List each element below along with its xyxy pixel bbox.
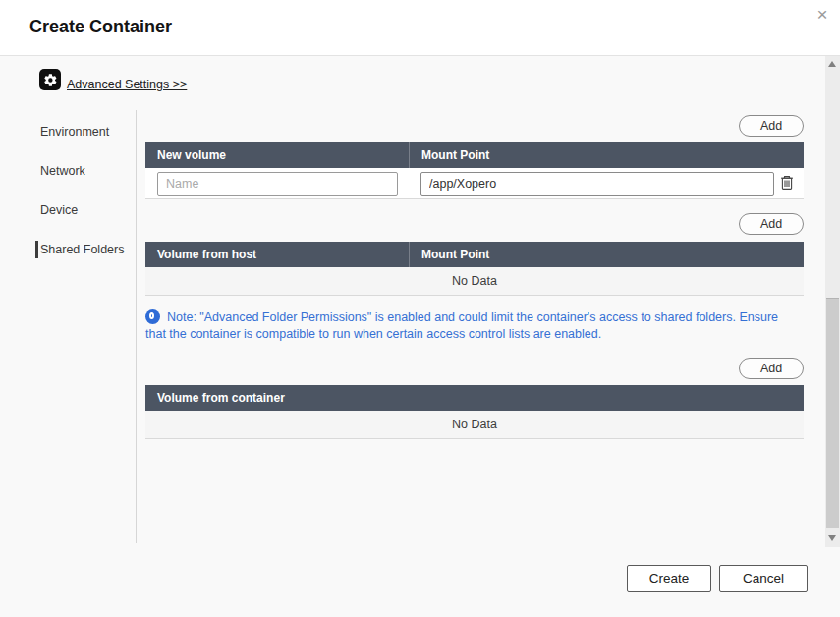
new-volume-table-row <box>145 168 804 199</box>
scroll-up-icon[interactable] <box>825 57 840 71</box>
mount-point-input[interactable] <box>420 172 774 196</box>
gear-icon[interactable] <box>39 69 61 90</box>
info-icon <box>145 309 160 324</box>
column-header-volume-from-host: Volume from host <box>145 248 409 261</box>
active-item-indicator <box>35 241 38 258</box>
close-icon[interactable]: × <box>812 4 833 26</box>
advanced-settings-link[interactable]: Advanced Settings >> <box>67 78 187 91</box>
column-header-volume-from-container: Volume from container <box>145 391 285 405</box>
sidebar-item-device[interactable]: Device <box>40 203 78 217</box>
cancel-button[interactable]: Cancel <box>719 565 808 592</box>
sidebar-item-environment[interactable]: Environment <box>40 125 109 139</box>
note-text: Note: "Advanced Folder Permissions" is e… <box>145 310 778 341</box>
column-header-new-volume: New volume <box>145 148 409 162</box>
create-container-dialog: Create Container × Advanced Settings >> … <box>0 0 840 617</box>
add-volume-from-host-button[interactable]: Add <box>739 213 804 235</box>
volume-from-host-table-header: Volume from host Mount Point <box>145 242 804 267</box>
dialog-titlebar: Create Container × <box>0 0 840 56</box>
sidebar-item-shared-folders[interactable]: Shared Folders <box>40 243 124 256</box>
scrollbar-thumb[interactable] <box>826 298 839 528</box>
volume-name-input[interactable] <box>157 172 398 196</box>
scroll-down-icon[interactable] <box>825 532 840 545</box>
volume-from-container-table-header: Volume from container <box>145 385 804 411</box>
sidebar-item-network[interactable]: Network <box>40 164 85 178</box>
dialog-title: Create Container <box>29 17 172 37</box>
column-header-mount-point: Mount Point <box>409 242 804 267</box>
delete-row-icon[interactable] <box>778 174 796 193</box>
add-new-volume-button[interactable]: Add <box>739 115 804 137</box>
create-button[interactable]: Create <box>627 565 711 592</box>
volume-from-host-empty-row: No Data <box>145 267 804 296</box>
new-volume-table-header: New volume Mount Point <box>145 142 804 168</box>
column-header-mount-point: Mount Point <box>409 142 804 168</box>
sidebar-divider <box>136 110 137 543</box>
volume-from-container-empty-row: No Data <box>145 411 804 439</box>
add-volume-from-container-button[interactable]: Add <box>739 358 804 379</box>
permissions-note: Note: "Advanced Folder Permissions" is e… <box>145 309 800 343</box>
